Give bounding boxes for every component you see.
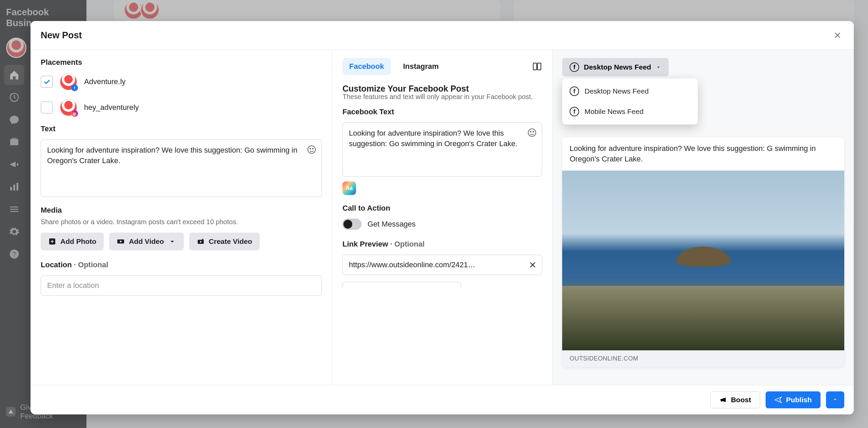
- post-preview-card: Looking for adventure inspiration? We lo…: [562, 137, 844, 367]
- facebook-icon: f: [570, 86, 579, 96]
- close-icon: [833, 31, 842, 40]
- megaphone-icon: [719, 396, 727, 404]
- svg-point-12: [310, 148, 311, 149]
- check-icon: [43, 78, 51, 86]
- fb-text-title: Facebook Text: [342, 108, 542, 116]
- emoji-button[interactable]: [527, 128, 537, 138]
- facebook-icon: f: [570, 62, 579, 72]
- tab-instagram[interactable]: Instagram: [396, 58, 446, 75]
- placement-avatar: ◎: [60, 99, 77, 116]
- cta-toggle[interactable]: [342, 219, 361, 230]
- post-text-input[interactable]: Looking for adventure inspiration? We lo…: [41, 139, 322, 197]
- svg-point-19: [528, 129, 536, 137]
- svg-rect-18: [537, 63, 541, 70]
- svg-point-21: [533, 131, 534, 132]
- create-video-button[interactable]: Create Video: [189, 233, 260, 250]
- instagram-badge-icon: ◎: [71, 110, 78, 117]
- link-preview-title: Link Preview · Optional: [342, 240, 542, 249]
- boost-label: Boost: [731, 396, 751, 404]
- caret-down-icon: [656, 64, 661, 70]
- dropdown-option-mobile[interactable]: f Mobile News Feed: [562, 101, 698, 122]
- optional-label: Optional: [394, 240, 425, 248]
- add-photo-label: Add Photo: [60, 237, 96, 246]
- optional-label: Optional: [78, 260, 108, 269]
- publish-button[interactable]: Publish: [766, 391, 821, 408]
- link-preview-title-text: Link Preview: [342, 240, 388, 248]
- svg-point-20: [530, 131, 531, 132]
- dropdown-option-desktop[interactable]: f Desktop News Feed: [562, 81, 698, 101]
- modal-title: New Post: [41, 30, 82, 41]
- media-title: Media: [41, 206, 322, 215]
- photo-plus-icon: [48, 237, 56, 246]
- fb-text-input[interactable]: Looking for adventure inspiration? We lo…: [342, 122, 542, 177]
- close-button[interactable]: [831, 29, 844, 41]
- add-video-button[interactable]: Add Video: [109, 233, 183, 250]
- preview-image: [562, 171, 844, 350]
- placements-title: Placements: [41, 58, 322, 67]
- modal-header: New Post: [31, 21, 854, 50]
- col-preview: f Desktop News Feed f Desktop News Feed …: [553, 50, 854, 385]
- partial-box: [342, 282, 461, 289]
- close-icon: [528, 260, 537, 270]
- placement-label: hey_adventurely: [84, 103, 139, 112]
- location-title-text: Location: [41, 260, 72, 269]
- create-video-label: Create Video: [209, 237, 252, 246]
- facebook-badge-icon: f: [71, 84, 78, 91]
- cta-title: Call to Action: [342, 204, 542, 213]
- fb-text-value: Looking for adventure inspiration? We lo…: [349, 129, 517, 148]
- svg-point-11: [308, 146, 316, 154]
- boost-button[interactable]: Boost: [710, 391, 761, 408]
- dropdown-selected-label: Desktop News Feed: [584, 63, 651, 71]
- preview-mode-menu: f Desktop News Feed f Mobile News Feed: [562, 78, 698, 124]
- dropdown-option-label: Desktop News Feed: [585, 87, 649, 95]
- preview-text: Looking for adventure inspiration? We lo…: [562, 137, 844, 171]
- location-title: Location · Optional: [41, 260, 322, 269]
- caret-down-icon: [832, 396, 838, 403]
- location-input[interactable]: [41, 275, 322, 296]
- publish-label: Publish: [786, 396, 812, 404]
- preview-mode-dropdown[interactable]: f Desktop News Feed: [562, 58, 669, 76]
- svg-rect-17: [533, 63, 537, 70]
- video-create-icon: [197, 237, 205, 246]
- add-photo-button[interactable]: Add Photo: [41, 233, 104, 250]
- col-customize: Facebook Instagram Customize Your Facebo…: [332, 50, 553, 385]
- add-video-label: Add Video: [129, 237, 164, 246]
- cta-label: Get Messages: [368, 220, 416, 229]
- video-icon: [117, 237, 125, 246]
- emoji-icon: [527, 128, 537, 138]
- tab-facebook[interactable]: Facebook: [342, 58, 391, 75]
- placement-avatar: f: [60, 73, 77, 91]
- send-icon: [774, 396, 782, 404]
- dropdown-option-label: Mobile News Feed: [585, 108, 644, 116]
- placement-checkbox[interactable]: [41, 76, 53, 88]
- customize-subtitle: These features and text will only appear…: [342, 92, 542, 101]
- link-preview-input[interactable]: [342, 255, 542, 275]
- placement-row[interactable]: f Adventure.ly: [41, 73, 322, 91]
- emoji-button[interactable]: [307, 144, 317, 155]
- placement-row[interactable]: ◎ hey_adventurely: [41, 99, 322, 116]
- media-subtitle: Share photos or a video. Instagram posts…: [41, 217, 322, 227]
- new-post-modal: New Post Placements f Adventure.ly ◎ hey…: [31, 21, 854, 414]
- facebook-icon: f: [570, 107, 579, 116]
- caret-down-icon: [168, 237, 176, 246]
- emoji-icon: [307, 144, 317, 155]
- text-format-button[interactable]: Aa: [342, 181, 356, 195]
- preview-domain: OUTSIDEONLINE.COM: [562, 350, 844, 367]
- publish-options-button[interactable]: [826, 391, 844, 408]
- svg-point-13: [313, 148, 314, 149]
- col-placements: Placements f Adventure.ly ◎ hey_adventur…: [31, 50, 332, 385]
- clear-link-button[interactable]: [528, 260, 537, 270]
- placement-label: Adventure.ly: [84, 77, 125, 86]
- text-title: Text: [41, 124, 322, 133]
- placement-checkbox[interactable]: [41, 101, 53, 114]
- compare-icon[interactable]: [532, 61, 542, 72]
- post-text-value: Looking for adventure inspiration? We lo…: [47, 146, 297, 165]
- modal-footer: Boost Publish: [31, 385, 854, 414]
